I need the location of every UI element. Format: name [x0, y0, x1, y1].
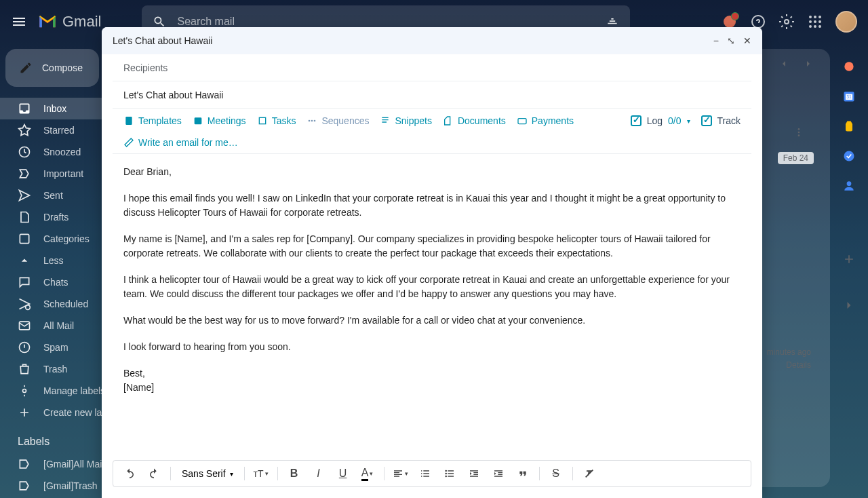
italic-button[interactable]: I [308, 463, 330, 484]
svg-rect-33 [518, 119, 526, 124]
calendar-icon[interactable]: 31 [842, 90, 856, 103]
svg-point-9 [809, 25, 812, 28]
label-icon [18, 457, 31, 471]
chevron-down-icon: ▾ [370, 470, 373, 477]
hs-snippets[interactable]: Snippets [380, 115, 431, 126]
next-icon[interactable] [803, 58, 814, 69]
svg-point-6 [809, 20, 812, 23]
svg-point-20 [798, 134, 800, 136]
svg-point-8 [818, 20, 821, 23]
hs-payments[interactable]: Payments [517, 115, 574, 126]
gmail-logo-icon [38, 14, 57, 29]
chevron-up-icon [18, 254, 31, 267]
sequences-icon [307, 115, 317, 126]
gmail-logo[interactable]: Gmail [38, 13, 101, 31]
chevron-down-icon: ▾ [265, 470, 269, 477]
chevron-down-icon: ▾ [687, 117, 690, 125]
trash-icon [18, 362, 31, 376]
svg-point-18 [798, 128, 800, 130]
category-icon [18, 232, 31, 246]
add-addon-icon[interactable] [842, 252, 856, 266]
align-button[interactable]: ▾ [390, 463, 412, 484]
templates-icon [123, 115, 134, 126]
underline-button[interactable]: U [332, 463, 354, 484]
apps-icon[interactable] [807, 14, 823, 30]
svg-point-3 [809, 16, 812, 18]
pencil-icon [19, 61, 33, 75]
compose-body[interactable]: Dear Brian, I hope this email finds you … [113, 154, 755, 460]
svg-point-7 [814, 20, 816, 23]
svg-point-10 [814, 25, 816, 28]
edit-icon [123, 137, 134, 148]
hubspot-sprocket-icon[interactable] [842, 60, 856, 73]
text-color-button[interactable]: A▾ [357, 463, 378, 484]
svg-point-32 [314, 120, 316, 122]
indent-less-button[interactable] [463, 463, 485, 484]
details-link[interactable]: Details [767, 359, 811, 372]
svg-point-5 [818, 16, 821, 18]
hs-tasks[interactable]: Tasks [257, 115, 296, 126]
hs-track-toggle[interactable]: Track [701, 115, 741, 126]
tasks-icon[interactable] [842, 149, 856, 163]
strikethrough-button[interactable]: S [545, 463, 567, 484]
numbered-list-button[interactable] [414, 463, 436, 484]
hubspot-toolbar: Templates Meetings Tasks Sequences Snipp… [113, 109, 751, 154]
hs-templates[interactable]: Templates [123, 115, 182, 126]
svg-rect-28 [194, 117, 201, 124]
font-family-select[interactable]: Sans Serif▾ [176, 468, 239, 479]
indent-more-button[interactable] [488, 463, 509, 484]
svg-point-4 [814, 16, 816, 18]
hs-meetings[interactable]: Meetings [193, 115, 246, 126]
remove-formatting-button[interactable] [578, 463, 600, 484]
hs-documents[interactable]: Documents [443, 115, 506, 126]
chat-icon [18, 275, 31, 289]
svg-point-2 [785, 20, 789, 24]
svg-point-14 [26, 305, 31, 310]
more-vert-icon [793, 127, 804, 138]
compose-title: Let's Chat about Hawaii [113, 35, 212, 46]
more-menu[interactable] [793, 127, 804, 138]
svg-rect-13 [20, 234, 28, 243]
collapse-panel-icon[interactable] [842, 299, 856, 312]
svg-text:31: 31 [846, 94, 852, 99]
important-icon [18, 167, 31, 180]
search-options-icon[interactable] [606, 15, 619, 28]
compose-button[interactable]: Compose [5, 49, 99, 87]
spam-icon [18, 341, 31, 354]
undo-button[interactable] [119, 463, 140, 484]
svg-point-36 [445, 476, 447, 478]
hs-log-toggle[interactable]: Log 0/0 ▾ [631, 115, 690, 126]
bullet-list-button[interactable] [439, 463, 460, 484]
compose-titlebar[interactable]: Let's Chat about Hawaii − ⤡ ✕ [102, 27, 762, 54]
minimize-icon[interactable]: − [713, 35, 719, 46]
svg-point-30 [309, 120, 311, 122]
hs-write-ai[interactable]: Write an email for me… [123, 137, 238, 148]
svg-point-26 [847, 181, 852, 186]
svg-point-21 [844, 62, 853, 71]
gear-icon [18, 384, 31, 398]
svg-point-25 [844, 151, 854, 161]
close-icon[interactable]: ✕ [743, 35, 751, 46]
bold-button[interactable]: B [283, 463, 305, 484]
fullscreen-icon[interactable]: ⤡ [727, 35, 735, 46]
hs-sequences[interactable]: Sequences [307, 115, 369, 126]
search-input[interactable] [177, 16, 595, 28]
meetings-icon [193, 115, 203, 126]
subject-field[interactable]: Let's Chat about Hawaii [113, 81, 751, 109]
recipients-field[interactable]: Recipients [113, 54, 751, 81]
account-avatar[interactable] [835, 11, 857, 33]
svg-point-17 [23, 389, 26, 393]
font-size-button[interactable]: тT▾ [250, 463, 272, 484]
redo-button[interactable] [143, 463, 165, 484]
documents-icon [443, 115, 454, 126]
contacts-icon[interactable] [842, 179, 856, 193]
inbox-icon [18, 102, 31, 115]
keep-icon[interactable] [842, 119, 856, 133]
main-menu-icon[interactable] [11, 14, 27, 30]
prev-icon[interactable] [778, 58, 789, 69]
settings-icon[interactable] [778, 14, 795, 30]
snippets-icon [380, 115, 391, 126]
quote-button[interactable] [512, 463, 534, 484]
tasks-hs-icon [257, 115, 268, 126]
clock-icon [18, 145, 31, 159]
